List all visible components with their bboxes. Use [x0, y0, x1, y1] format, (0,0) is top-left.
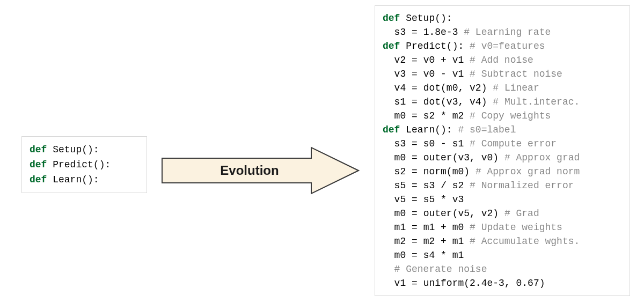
arrow-right-icon — [161, 146, 360, 195]
evolution-arrow: Evolution — [161, 146, 360, 195]
code-line: v3 = v0 - v1 # Subtract noise — [383, 67, 622, 81]
code-line: def Learn(): — [30, 172, 139, 187]
code-line: m0 = s4 * m1 — [383, 248, 622, 262]
code-line: m0 = s2 * m2 # Copy weights — [383, 109, 622, 123]
code-box-after: def Setup(): s3 = 1.8e-3 # Learning rate… — [375, 5, 630, 296]
code-line: s5 = s3 / s2 # Normalized error — [383, 179, 622, 193]
code-line: m0 = outer(v3, v0) # Approx grad — [383, 151, 622, 165]
code-line: s2 = norm(m0) # Approx grad norm — [383, 165, 622, 179]
svg-marker-0 — [162, 147, 358, 194]
code-line: m1 = m1 + m0 # Update weights — [383, 220, 622, 234]
code-line: m2 = m2 + m1 # Accumulate wghts. — [383, 234, 622, 248]
code-line: v5 = s5 * v3 — [383, 193, 622, 206]
code-line: s3 = 1.8e-3 # Learning rate — [383, 25, 622, 39]
code-line: m0 = outer(v5, v2) # Grad — [383, 206, 622, 220]
code-line: s1 = dot(v3, v4) # Mult.interac. — [383, 95, 622, 109]
code-line: v1 = uniform(2.4e-3, 0.67) — [383, 276, 622, 290]
diagram-canvas: def Setup():def Predict():def Learn(): E… — [0, 0, 644, 303]
code-line: def Predict(): — [30, 157, 139, 172]
code-line: v4 = dot(m0, v2) # Linear — [383, 81, 622, 95]
code-box-before: def Setup():def Predict():def Learn(): — [21, 136, 147, 193]
code-line: # Generate noise — [383, 262, 622, 276]
code-line: def Predict(): # v0=features — [383, 39, 622, 53]
code-line: def Setup(): — [30, 142, 139, 157]
code-line: s3 = s0 - s1 # Compute error — [383, 137, 622, 151]
code-line: def Learn(): # s0=label — [383, 123, 622, 137]
code-line: def Setup(): — [383, 11, 622, 25]
code-line: v2 = v0 + v1 # Add noise — [383, 53, 622, 67]
